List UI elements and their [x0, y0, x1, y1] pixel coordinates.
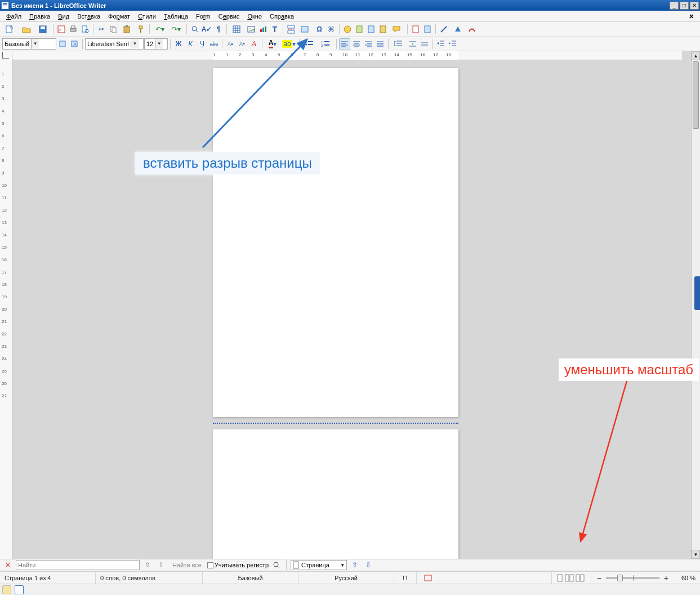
status-words[interactable]: 0 слов, 0 символов [96, 572, 203, 584]
basic-shapes-button[interactable] [450, 24, 466, 35]
nav-prev-button[interactable]: ⇧ [349, 559, 360, 571]
maximize-button[interactable]: □ [680, 2, 689, 10]
print-button[interactable] [68, 24, 79, 35]
multi-page-icon[interactable] [565, 574, 574, 582]
nav-next-button[interactable]: ⇩ [363, 559, 374, 571]
paste-button[interactable] [119, 24, 135, 35]
font-color-button[interactable]: A▾ [265, 38, 280, 50]
update-style-button[interactable] [57, 38, 68, 50]
undo-button[interactable]: ↶▾ [152, 24, 168, 35]
cut-button[interactable]: ✂ [96, 24, 107, 35]
insert-table-button[interactable] [229, 24, 245, 35]
match-case-checkbox[interactable]: Учитывать регистр [207, 562, 269, 568]
decrease-spacing-button[interactable] [419, 38, 430, 50]
align-justify-button[interactable] [374, 38, 386, 50]
show-changes-button[interactable] [422, 24, 433, 35]
taskbar-folder-icon[interactable] [2, 585, 11, 594]
highlight-button[interactable]: ab▾ [281, 38, 297, 50]
scroll-thumb[interactable] [693, 61, 699, 129]
navigate-by-select[interactable]: Страница ▼ [291, 560, 347, 570]
status-language[interactable]: Русский [298, 572, 394, 584]
status-signature[interactable] [439, 572, 552, 584]
insert-special-char-button[interactable]: Ω [314, 24, 325, 35]
italic-button[interactable]: К [185, 38, 196, 50]
zoom-in-button[interactable]: + [663, 573, 670, 582]
decrease-indent-button[interactable] [447, 38, 458, 50]
menu-form[interactable]: Form [192, 12, 215, 21]
line-spacing-button[interactable] [391, 38, 407, 50]
find-replace-button[interactable] [189, 24, 200, 35]
insert-field-button[interactable] [297, 24, 313, 35]
font-size-select[interactable]: 12 ▼ [144, 38, 168, 50]
page-1[interactable] [213, 68, 458, 417]
insert-comment-button[interactable] [389, 24, 405, 35]
zoom-slider-knob[interactable] [617, 575, 623, 581]
find-prev-button[interactable]: ⇧ [142, 559, 153, 571]
underline-button[interactable]: Ч [197, 38, 208, 50]
menu-format[interactable]: Формат [104, 12, 134, 21]
sidebar-handle[interactable] [694, 276, 700, 310]
track-changes-button[interactable] [410, 24, 421, 35]
preview-button[interactable] [79, 24, 91, 35]
spellcheck-button[interactable]: A✓ [201, 24, 212, 35]
export-pdf-button[interactable]: P [56, 24, 67, 35]
menu-window[interactable]: Окно [243, 12, 266, 21]
scroll-up-button[interactable]: ▲ [692, 51, 700, 60]
zoom-out-button[interactable]: − [596, 573, 603, 582]
menu-insert[interactable]: Вставка [73, 12, 104, 21]
status-page[interactable]: Страница 1 из 4 [0, 572, 96, 584]
menu-table[interactable]: Таблица [160, 12, 192, 21]
zoom-slider[interactable] [606, 577, 659, 579]
bold-button[interactable]: Ж [173, 38, 184, 50]
menu-view[interactable]: Вид [54, 12, 73, 21]
insert-textbox-button[interactable]: T [269, 24, 280, 35]
close-doc-button[interactable]: × [685, 11, 698, 22]
menu-help[interactable]: Справка [266, 12, 298, 21]
insert-page-break-button[interactable] [286, 24, 297, 35]
save-button[interactable] [35, 24, 51, 35]
subscript-button[interactable]: A▾ [237, 38, 248, 50]
number-list-button[interactable]: 12 [318, 38, 334, 50]
find-next-button[interactable]: ⇩ [155, 559, 167, 571]
line-button[interactable] [438, 24, 449, 35]
align-center-button[interactable] [351, 38, 362, 50]
superscript-button[interactable]: A▴ [225, 38, 236, 50]
font-name-select[interactable]: Liberation Serif ▼ [85, 38, 144, 50]
clone-format-button[interactable] [136, 24, 147, 35]
insert-hyperlink-button[interactable]: ⌘ [326, 24, 337, 35]
bullet-list-button[interactable] [302, 38, 318, 50]
find-all-button[interactable]: Найти все [169, 562, 205, 568]
find-input[interactable] [16, 560, 140, 570]
show-draw-button[interactable] [466, 24, 478, 35]
menu-tools[interactable]: Сервис [215, 12, 244, 21]
find-other-button[interactable] [271, 559, 282, 571]
view-layout-buttons[interactable] [552, 572, 591, 584]
menu-file[interactable]: Файл [2, 12, 25, 21]
paragraph-style-select[interactable]: Базовый ▼ [2, 38, 56, 50]
status-insert-mode[interactable]: ⊓ [394, 572, 417, 584]
align-right-button[interactable] [363, 38, 374, 50]
insert-endnote-button[interactable] [354, 24, 365, 35]
insert-chart-button[interactable] [257, 24, 269, 35]
strikethrough-button[interactable]: abc [208, 38, 220, 50]
findbar-close-button[interactable]: ✕ [2, 559, 14, 571]
status-selection-mode[interactable] [417, 572, 439, 584]
scroll-down-button[interactable]: ▼ [692, 550, 700, 559]
taskbar-doc-icon[interactable] [15, 585, 24, 594]
status-style[interactable]: Базовый [203, 572, 298, 584]
zoom-percent[interactable]: 60 % [674, 572, 700, 584]
open-button[interactable] [19, 24, 34, 35]
redo-button[interactable]: ↷▾ [168, 24, 184, 35]
clear-format-button[interactable]: A [248, 38, 260, 50]
book-view-icon[interactable] [576, 574, 585, 582]
page-2[interactable] [213, 429, 458, 559]
new-button[interactable] [2, 24, 18, 35]
document-area[interactable]: 1123456789101112131415161718 [12, 51, 691, 559]
increase-indent-button[interactable] [435, 38, 447, 50]
new-style-button[interactable]: A [69, 38, 80, 50]
minimize-button[interactable]: _ [670, 2, 679, 10]
insert-footnote-button[interactable] [342, 24, 353, 35]
copy-button[interactable] [108, 24, 119, 35]
menu-edit[interactable]: Правка [25, 12, 54, 21]
increase-spacing-button[interactable] [407, 38, 418, 50]
